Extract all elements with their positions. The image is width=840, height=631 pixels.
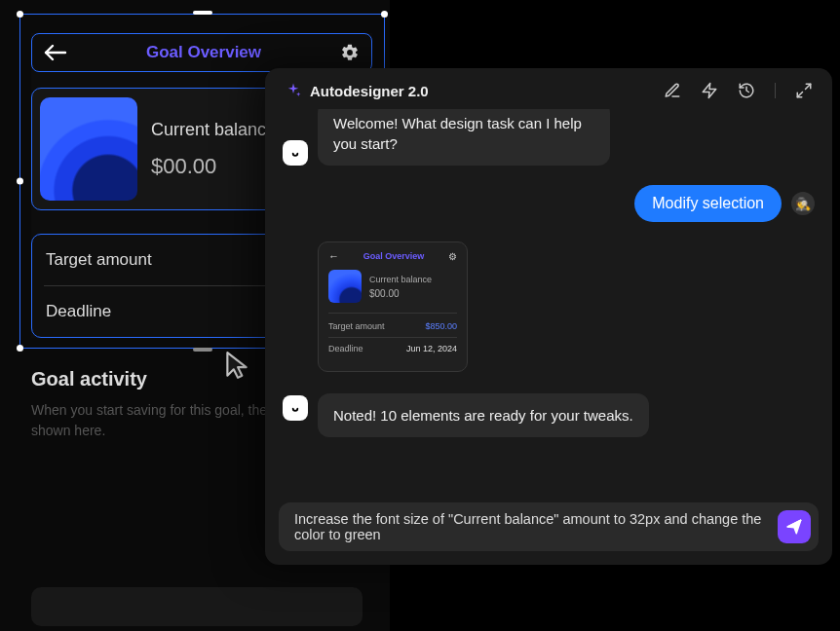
message-row: Welcome! What design task can I help you… bbox=[283, 109, 815, 166]
goal-image bbox=[40, 97, 137, 201]
brand-name: Autodesigner 2.0 bbox=[310, 83, 429, 99]
svg-marker-1 bbox=[703, 84, 716, 98]
resize-handle[interactable] bbox=[381, 11, 388, 18]
history-icon[interactable] bbox=[738, 82, 755, 99]
send-button[interactable] bbox=[778, 510, 811, 543]
back-arrow-icon[interactable] bbox=[44, 43, 67, 62]
preview-row-label: Deadline bbox=[328, 344, 363, 353]
preview-title: Goal Overview bbox=[363, 251, 425, 261]
preview-row-value: Jun 12, 2024 bbox=[406, 344, 457, 353]
bolt-icon[interactable] bbox=[701, 82, 718, 99]
bottom-bar bbox=[31, 587, 363, 626]
svg-line-3 bbox=[797, 93, 802, 97]
preview-balance-label: Current balance bbox=[369, 275, 432, 284]
bot-message: Noted! 10 elements are ready for your tw… bbox=[318, 393, 649, 437]
selection-preview[interactable]: ← Goal Overview ⚙ Current balance $00.00… bbox=[318, 241, 468, 372]
preview-balance-amount: $00.00 bbox=[369, 288, 432, 299]
sparkle-icon bbox=[285, 82, 302, 99]
resize-handle[interactable] bbox=[17, 345, 23, 352]
chat-header: Autodesigner 2.0 bbox=[265, 68, 832, 109]
resize-handle[interactable] bbox=[17, 178, 23, 185]
preview-row-value: $850.00 bbox=[425, 321, 457, 331]
goal-image bbox=[328, 270, 362, 303]
balance-label: Current balance bbox=[151, 120, 276, 140]
svg-line-2 bbox=[806, 84, 811, 89]
message-row: Modify selection 🕵️ bbox=[283, 185, 815, 222]
back-arrow-icon: ← bbox=[328, 250, 339, 262]
resize-handle[interactable] bbox=[193, 348, 212, 352]
bot-avatar bbox=[283, 140, 308, 166]
preview-row-label: Target amount bbox=[328, 321, 385, 331]
bot-message: Welcome! What design task can I help you… bbox=[318, 109, 610, 166]
user-message: Modify selection bbox=[634, 185, 782, 222]
screen-header[interactable]: Goal Overview bbox=[31, 33, 372, 72]
expand-icon[interactable] bbox=[795, 82, 813, 99]
chat-input[interactable]: Increase the font size of "Current balan… bbox=[294, 511, 768, 542]
user-avatar: 🕵️ bbox=[791, 192, 815, 215]
gear-icon: ⚙ bbox=[448, 251, 457, 262]
resize-handle[interactable] bbox=[193, 11, 212, 15]
balance-amount: $00.00 bbox=[151, 154, 276, 179]
brand: Autodesigner 2.0 bbox=[285, 82, 429, 99]
chat-input-bar[interactable]: Increase the font size of "Current balan… bbox=[279, 502, 819, 551]
chat-panel: Autodesigner 2.0 Welcome! What design ta… bbox=[265, 68, 832, 565]
gear-icon[interactable] bbox=[340, 43, 360, 62]
svg-marker-5 bbox=[787, 520, 801, 534]
divider bbox=[775, 83, 776, 98]
message-row: Noted! 10 elements are ready for your tw… bbox=[283, 393, 815, 437]
edit-icon[interactable] bbox=[664, 82, 681, 99]
resize-handle[interactable] bbox=[17, 11, 23, 18]
chat-body: Welcome! What design task can I help you… bbox=[265, 109, 832, 502]
bot-avatar bbox=[283, 395, 308, 421]
screen-title: Goal Overview bbox=[146, 43, 261, 62]
